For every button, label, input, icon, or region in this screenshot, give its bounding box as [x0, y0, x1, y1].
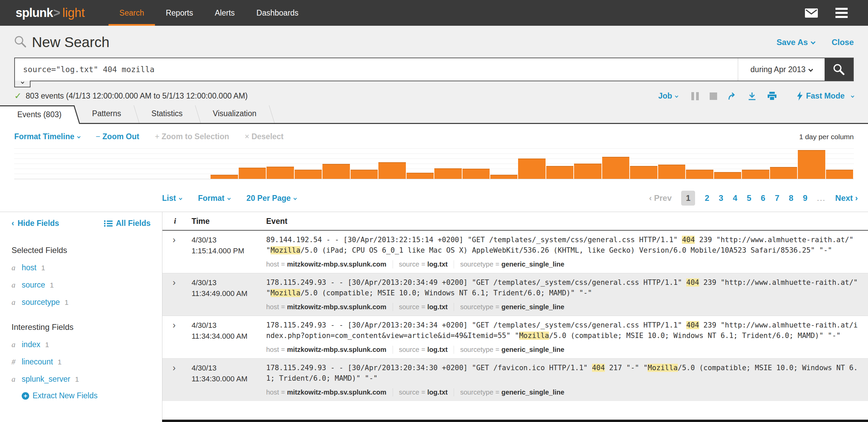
event-field-sourcetype[interactable]: sourcetype=generic_single_line	[454, 346, 570, 354]
expand-event-chevron-icon[interactable]	[173, 277, 176, 288]
pagination-page-9[interactable]: 9	[803, 193, 807, 203]
format-dropdown[interactable]: Format	[198, 194, 230, 203]
event-raw-text[interactable]: 178.115.249.93 - - [30/Apr/2013:20:34:49…	[266, 277, 859, 298]
field-sourcetype[interactable]: asourcetype1	[12, 298, 151, 307]
event-field-source[interactable]: source=log.txt	[393, 260, 454, 268]
nav-item-search[interactable]: Search	[108, 0, 155, 26]
close-button[interactable]: Close	[832, 38, 854, 47]
field-name[interactable]: splunk_server	[22, 375, 70, 384]
pagination-page-7[interactable]: 7	[775, 193, 779, 203]
field-splunk-server[interactable]: asplunk_server1	[12, 375, 151, 384]
extract-new-fields-button[interactable]: Extract New Fields	[22, 391, 151, 400]
job-menu-button[interactable]: Job	[658, 91, 678, 101]
expand-event-chevron-icon[interactable]	[173, 363, 176, 373]
timeline-bar-apr-27[interactable]	[742, 170, 769, 179]
field-name[interactable]: source	[22, 280, 45, 290]
stop-icon[interactable]	[710, 92, 717, 100]
event-field-sourcetype[interactable]: sourcetype=generic_single_line	[454, 388, 570, 396]
field-value[interactable]: generic_single_line	[501, 303, 565, 311]
field-value[interactable]: mitzkowitz-mbp.sv.splunk.com	[287, 346, 387, 353]
splunk-light-logo[interactable]: splunk>light	[16, 0, 85, 26]
field-value[interactable]: generic_single_line	[501, 260, 565, 268]
event-field-sourcetype[interactable]: sourcetype=generic_single_line	[454, 303, 570, 311]
timeline-bar-apr-14[interactable]	[378, 162, 406, 179]
field-value[interactable]: log.txt	[427, 260, 448, 268]
timeline-bar-apr-26[interactable]	[714, 172, 741, 179]
event-field-sourcetype[interactable]: sourcetype=generic_single_line	[454, 260, 570, 268]
field-value[interactable]: generic_single_line	[501, 388, 565, 396]
pagination-next[interactable]: Next	[835, 193, 858, 203]
timeline-bar-apr-25[interactable]	[686, 170, 713, 179]
event-field-source[interactable]: source=log.txt	[393, 388, 454, 396]
event-field-host[interactable]: host=mitzkowitz-mbp.sv.splunk.com	[266, 388, 393, 396]
event-field-host[interactable]: host=mitzkowitz-mbp.sv.splunk.com	[266, 346, 393, 354]
zoom-out-button[interactable]: Zoom Out	[96, 132, 139, 141]
event-field-host[interactable]: host=mitzkowitz-mbp.sv.splunk.com	[266, 303, 393, 311]
timeline-bar-apr-15[interactable]	[407, 173, 434, 179]
field-host[interactable]: ahost1	[12, 263, 151, 272]
event-field-source[interactable]: source=log.txt	[393, 346, 454, 354]
search-query-input[interactable]	[15, 58, 738, 81]
timeline-bar-apr-29[interactable]	[798, 150, 825, 179]
expand-event-chevron-icon[interactable]	[173, 235, 176, 245]
field-value[interactable]: mitzkowitz-mbp.sv.splunk.com	[287, 388, 387, 396]
event-raw-text[interactable]: 178.115.249.93 - - [30/Apr/2013:20:34:34…	[266, 320, 859, 341]
pause-icon[interactable]	[691, 92, 699, 100]
timeline-bar-apr-18[interactable]	[490, 175, 517, 179]
event-raw-text[interactable]: 89.144.192.54 - - [30/Apr/2013:22:15:14 …	[266, 235, 859, 256]
timeline-bar-apr-11[interactable]	[295, 170, 322, 179]
timeline-bar-apr-10[interactable]	[267, 167, 294, 179]
mail-icon[interactable]	[805, 8, 818, 18]
field-value[interactable]: log.txt	[427, 388, 448, 396]
nav-item-alerts[interactable]: Alerts	[204, 0, 246, 26]
timeline-bar-apr-22[interactable]	[602, 157, 629, 179]
tab-patterns[interactable]: Patterns	[75, 105, 139, 123]
timeline-bar-apr-23[interactable]	[630, 166, 657, 179]
tab-statistics[interactable]: Statistics	[134, 105, 201, 123]
field-index[interactable]: aindex1	[12, 340, 151, 349]
timeline-bar-apr-21[interactable]	[574, 164, 601, 179]
timeline-bar-apr-19[interactable]	[518, 159, 545, 179]
pagination-page-3[interactable]: 3	[719, 193, 723, 203]
field-linecount[interactable]: #linecount1	[12, 357, 151, 366]
timeline-bar-apr-12[interactable]	[322, 164, 350, 179]
events-timeline-chart[interactable]	[14, 147, 854, 179]
share-icon[interactable]	[728, 92, 737, 100]
list-view-dropdown[interactable]: List	[162, 194, 182, 203]
tab-visualization[interactable]: Visualization	[195, 105, 275, 123]
field-value[interactable]: log.txt	[427, 346, 448, 353]
tab-events-803[interactable]: Events (803)	[0, 105, 80, 124]
all-fields-button[interactable]: All Fields	[104, 219, 151, 228]
timeline-bar-apr-24[interactable]	[658, 165, 685, 179]
download-icon[interactable]	[748, 92, 756, 101]
pagination-page-6[interactable]: 6	[761, 193, 765, 203]
horizontal-scrollbar[interactable]	[162, 420, 868, 422]
format-timeline-button[interactable]: Format Timeline	[14, 132, 80, 141]
field-name[interactable]: host	[22, 263, 36, 272]
field-value[interactable]: mitzkowitz-mbp.sv.splunk.com	[287, 303, 387, 311]
timeline-bar-apr-17[interactable]	[462, 169, 490, 179]
field-value[interactable]: log.txt	[427, 303, 448, 311]
expand-event-chevron-icon[interactable]	[173, 320, 176, 330]
pagination-page-5[interactable]: 5	[747, 193, 751, 203]
field-value[interactable]: generic_single_line	[501, 346, 565, 353]
timeline-bar-apr-20[interactable]	[546, 166, 573, 179]
event-raw-text[interactable]: 178.115.249.93 - - [30/Apr/2013:20:34:30…	[266, 363, 859, 384]
timeline-bar-apr-8[interactable]	[211, 175, 238, 179]
search-submit-button[interactable]	[825, 58, 853, 81]
event-field-source[interactable]: source=log.txt	[393, 303, 454, 311]
per-page-dropdown[interactable]: 20 Per Page	[246, 194, 296, 203]
hide-fields-button[interactable]: Hide Fields	[12, 219, 59, 228]
field-value[interactable]: mitzkowitz-mbp.sv.splunk.com	[287, 260, 387, 268]
event-field-host[interactable]: host=mitzkowitz-mbp.sv.splunk.com	[266, 260, 393, 268]
save-as-button[interactable]: Save As	[776, 38, 815, 47]
nav-item-dashboards[interactable]: Dashboards	[245, 0, 309, 26]
pagination-page-2[interactable]: 2	[705, 193, 709, 203]
field-name[interactable]: linecount	[22, 357, 53, 366]
print-icon[interactable]	[767, 92, 777, 101]
field-source[interactable]: asource1	[12, 280, 151, 290]
timeline-bar-apr-16[interactable]	[434, 168, 461, 179]
expand-search-bar-toggle[interactable]	[14, 81, 31, 87]
timeline-bar-apr-13[interactable]	[351, 170, 378, 179]
search-mode-button[interactable]: Fast Mode	[797, 91, 854, 101]
